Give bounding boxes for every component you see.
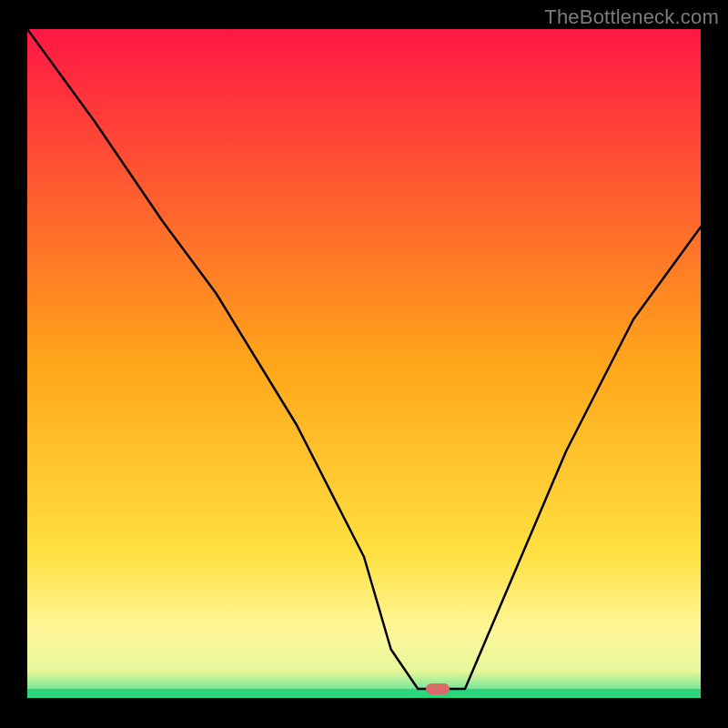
bottleneck-curve bbox=[27, 29, 701, 698]
optimal-marker bbox=[426, 683, 450, 694]
plot-area bbox=[27, 29, 701, 698]
chart-frame: TheBottleneck.com bbox=[0, 0, 728, 728]
watermark-text: TheBottleneck.com bbox=[544, 5, 719, 29]
